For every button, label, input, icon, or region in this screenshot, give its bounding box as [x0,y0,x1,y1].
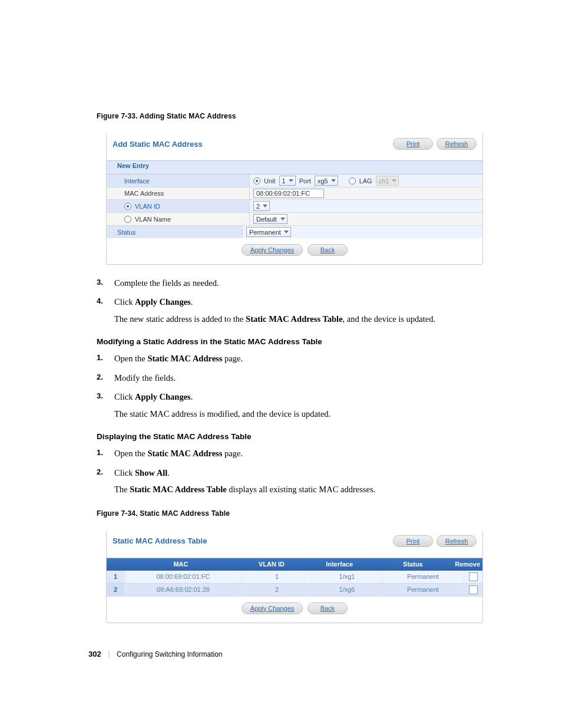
cell-vlan: 1 [242,571,312,583]
apply-changes-button[interactable]: Apply Changes [242,602,303,614]
port-select[interactable]: xg5 [315,176,338,186]
print-button[interactable]: Print [393,138,433,150]
step-c-1: 1. Open the Static MAC Address page. [88,447,491,460]
unit-select[interactable]: 1 [279,176,296,186]
table-row: 2 08:A6:69:02:01:28 2 1/xg5 Permanent [107,584,482,597]
page-footer: 302 | Configuring Switching Information [88,650,223,658]
step-a-4: 4. Click Apply Changes. The new static a… [88,295,491,325]
section-name: Configuring Switching Information [117,650,222,658]
cell-status: Permanent [382,571,464,583]
refresh-button[interactable]: Refresh [437,535,477,547]
print-button[interactable]: Print [393,535,433,547]
status-select[interactable]: Permanent [246,227,291,237]
cell-mac: 08:A6:69:02:01:28 [125,584,242,596]
panel-title-table: Static MAC Address Table [113,536,207,545]
static-mac-address-table-panel: Static MAC Address Table Print Refresh M… [106,531,483,623]
remove-checkbox[interactable] [469,585,478,594]
step-b-2: 2. Modify the fields. [88,371,491,384]
apply-changes-button[interactable]: Apply Changes [242,244,303,256]
col-vlan: VLAN ID [237,558,305,570]
cell-vlan: 2 [242,584,312,596]
port-label: Port [299,177,311,185]
vlan-name-select[interactable]: Default [253,214,287,224]
cell-interface: 1/xg5 [312,584,382,596]
lag-label: LAG [359,177,372,185]
step-b-1: 1. Open the Static MAC Address page. [88,352,491,365]
panel-title: Add Static MAC Address [113,140,203,149]
vlan-id-radio[interactable] [124,203,131,210]
page-number: 302 [88,650,101,658]
col-mac: MAC [124,558,237,570]
back-button[interactable]: Back [308,244,348,256]
back-button[interactable]: Back [308,602,348,614]
col-interface: Interface [306,558,373,570]
cell-interface: 1/xg1 [312,571,382,583]
mac-address-label: MAC Address [107,187,250,199]
table-header: MAC VLAN ID Interface Status Remove [107,558,482,571]
add-static-mac-address-panel: Add Static MAC Address Print Refresh New… [106,133,483,265]
vlan-id-select[interactable]: 2 [253,201,270,211]
step-a-3: 3. Complete the fields as needed. [88,276,491,289]
vlan-name-label: VLAN Name [107,213,250,225]
figure-caption-7-33: Figure 7-33. Adding Static MAC Address [97,112,491,120]
table-row: 1 08:00:69:02:01:FC 1 1/xg1 Permanent [107,571,482,584]
new-entry-header: New Entry [107,160,482,174]
remove-checkbox[interactable] [469,572,478,581]
status-label: Status [107,226,243,238]
row-index: 2 [107,584,125,596]
mac-address-input[interactable] [253,189,324,198]
cell-status: Permanent [382,584,464,596]
cell-mac: 08:00:69:02:01:FC [125,571,242,583]
heading-modifying: Modifying a Static Address in the Static… [97,337,491,346]
col-status: Status [373,558,453,570]
heading-displaying: Displaying the Static MAC Address Table [97,432,491,441]
vlan-name-radio[interactable] [124,216,131,223]
interface-label: Interface [107,174,250,187]
vlan-id-label: VLAN ID [107,200,250,212]
figure-caption-7-34: Figure 7-34. Static MAC Address Table [97,509,491,518]
row-index: 1 [107,571,125,583]
unit-label: Unit [264,177,276,185]
lag-select: ch1 [376,176,399,186]
interface-unit-radio[interactable] [253,177,260,185]
refresh-button[interactable]: Refresh [437,138,477,150]
step-c-2: 2. Click Show All. The Static MAC Addres… [88,466,491,496]
step-b-3: 3. Click Apply Changes. The static MAC a… [88,390,491,420]
interface-lag-radio[interactable] [349,177,356,185]
col-remove: Remove [452,558,482,570]
